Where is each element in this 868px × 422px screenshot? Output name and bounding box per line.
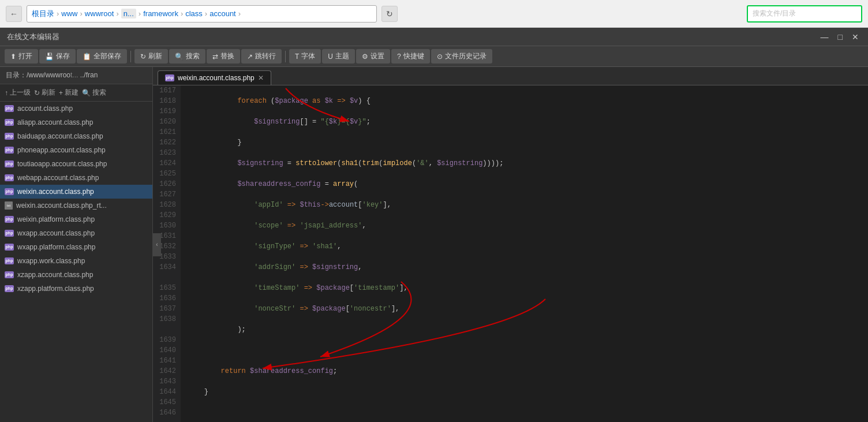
- close-editor-button[interactable]: ✕: [850, 32, 861, 42]
- open-button[interactable]: ⬆ 打开: [5, 49, 38, 64]
- new-button[interactable]: + 新建: [59, 88, 78, 98]
- breadcrumb-class[interactable]: class: [185, 9, 203, 18]
- code-line: 'signType' => 'sha1',: [188, 241, 868, 252]
- file-item-aliapp[interactable]: php aliapp.account.class.php: [0, 115, 152, 129]
- save-all-button[interactable]: 📋 全部保存: [77, 49, 127, 64]
- code-line: $shareaddress_config = array(: [188, 179, 868, 189]
- active-tab[interactable]: php weixin.account.class.php ✕: [158, 70, 271, 85]
- shortcuts-button[interactable]: ? 快捷键: [391, 49, 430, 64]
- dir-label: 目录：/www/wwwroot... ../fran: [6, 71, 98, 79]
- search-button[interactable]: 🔍 搜索: [169, 49, 205, 64]
- code-line: }: [188, 387, 868, 397]
- filename: xzapp.platform.class.php: [17, 285, 94, 293]
- php-icon: php: [5, 160, 14, 167]
- php-icon: php: [5, 285, 14, 292]
- save-icon: 💾: [45, 53, 54, 61]
- code-line: $signstring[] = "{$k}={$v}";: [188, 117, 868, 127]
- sidebar-collapse-handle[interactable]: ‹: [153, 233, 161, 256]
- search-placeholder: 搜索文件/目录: [753, 9, 796, 18]
- code-area[interactable]: 1617 1618 1619 1620 1621 1622 1623 1624 …: [153, 85, 868, 422]
- sidebar-refresh-icon: ↻: [34, 89, 40, 97]
- browser-refresh-button[interactable]: ↻: [381, 6, 398, 22]
- php-icon: php: [5, 105, 14, 112]
- history-icon: ⊙: [437, 53, 443, 61]
- filename: xzapp.account.class.php: [17, 271, 93, 279]
- shortcuts-icon: ?: [397, 53, 401, 61]
- sidebar-refresh-button[interactable]: ↻ 刷新: [34, 88, 55, 98]
- file-item-phoneapp[interactable]: php phoneapp.account.class.php: [0, 143, 152, 157]
- breadcrumb-wwwroot[interactable]: wwwroot: [85, 9, 114, 18]
- main-area: 目录：/www/wwwroot... ../fran ↑ 上一级 ↻ 刷新 + …: [0, 67, 868, 422]
- file-item-wxapp-account[interactable]: php wxapp.account.class.php: [0, 226, 152, 240]
- filename: weixin.account.class.php: [17, 188, 94, 196]
- file-item-account[interactable]: php account.class.php: [0, 102, 152, 115]
- filename: weixin.platform.class.php: [17, 215, 95, 223]
- editor-title: 在线文本编辑器: [7, 32, 59, 42]
- file-item-xzapp-account[interactable]: php xzapp.account.class.php: [0, 268, 152, 282]
- php-icon: php: [5, 174, 14, 181]
- php-icon: php: [5, 133, 14, 140]
- replace-button[interactable]: ⇄ 替换: [207, 49, 240, 64]
- file-item-wxapp-platform[interactable]: php wxapp.platform.class.php: [0, 240, 152, 254]
- file-item-weixin-platform[interactable]: php weixin.platform.class.php: [0, 212, 152, 226]
- breadcrumb-root[interactable]: 根目录: [32, 9, 54, 19]
- php-icon: php: [5, 271, 14, 278]
- search-icon: 🔍: [175, 53, 184, 61]
- sidebar-header: 目录：/www/wwwroot... ../fran: [0, 67, 152, 84]
- php-icon: php: [5, 230, 14, 237]
- settings-button[interactable]: ⚙ 设置: [356, 49, 390, 64]
- code-line: return $shareaddress_config;: [188, 366, 868, 376]
- file-item-xzapp-platform[interactable]: php xzapp.platform.class.php: [0, 282, 152, 296]
- code-line: );: [188, 324, 868, 335]
- file-item-weixin-rt[interactable]: txt weixin.account.class.php_rt...: [0, 199, 152, 212]
- address-bar[interactable]: 根目录 › www › wwwroot › n... › framework ›…: [27, 5, 377, 23]
- file-item-weixin-active[interactable]: php weixin.account.class.php: [0, 185, 152, 199]
- up-icon: ↑: [5, 89, 8, 97]
- editor-container: 在线文本编辑器 — □ ✕ ⬆ 打开 💾 保存 📋 全部保存 ↻ 刷新 🔍 搜索: [0, 28, 868, 422]
- file-list: php account.class.php php aliapp.account…: [0, 102, 152, 422]
- code-line: [188, 408, 868, 418]
- file-item-wxapp-work[interactable]: php wxapp.work.class.php: [0, 254, 152, 268]
- file-item-baiduapp[interactable]: php baiduapp.account.class.php: [0, 129, 152, 143]
- file-search-bar[interactable]: 搜索文件/目录: [747, 5, 862, 23]
- code-line: }: [188, 137, 868, 148]
- minimize-button[interactable]: —: [818, 32, 831, 42]
- goto-button[interactable]: ↗ 跳转行: [241, 49, 282, 64]
- code-content[interactable]: foreach ($package as $k => $v) { $signst…: [181, 85, 868, 422]
- sidebar-search-button[interactable]: 🔍 搜索: [82, 88, 106, 98]
- sidebar-search-icon: 🔍: [82, 89, 91, 97]
- separator-2: [285, 51, 286, 62]
- tab-close-button[interactable]: ✕: [258, 74, 264, 82]
- php-icon: php: [5, 188, 14, 195]
- editor-area: php weixin.account.class.php ✕ 1617 1618…: [153, 67, 868, 422]
- tab-php-icon: php: [165, 74, 174, 81]
- back-button[interactable]: ←: [6, 6, 22, 22]
- code-line: 'appId' => $this->account['key'],: [188, 200, 868, 210]
- breadcrumb-account[interactable]: account: [209, 9, 236, 18]
- breadcrumb-framework[interactable]: framework: [143, 9, 178, 18]
- breadcrumb-n[interactable]: n...: [121, 9, 136, 18]
- editor-title-controls: — □ ✕: [818, 32, 861, 42]
- maximize-button[interactable]: □: [836, 32, 845, 42]
- file-item-toutiaoapp[interactable]: php toutiaoapp.account.class.php: [0, 157, 152, 171]
- filename: phoneapp.account.class.php: [17, 146, 106, 154]
- save-button[interactable]: 💾 保存: [39, 49, 76, 64]
- upload-icon: ⬆: [10, 53, 16, 61]
- refresh-icon: ↻: [140, 53, 146, 61]
- filename: weixin.account.class.php_rt...: [16, 201, 107, 210]
- refresh-button[interactable]: ↻ 刷新: [134, 49, 168, 64]
- filename: webapp.account.class.php: [17, 174, 99, 182]
- history-button[interactable]: ⊙ 文件历史记录: [431, 49, 492, 64]
- theme-icon: U: [328, 53, 333, 61]
- filename: wxapp.platform.class.php: [17, 243, 95, 251]
- separator-1: [130, 51, 131, 62]
- php-icon: php: [5, 244, 14, 251]
- editor-titlebar: 在线文本编辑器 — □ ✕: [0, 28, 868, 46]
- settings-icon: ⚙: [362, 53, 368, 61]
- file-item-webapp[interactable]: php webapp.account.class.php: [0, 171, 152, 185]
- breadcrumb-www[interactable]: www: [61, 9, 77, 18]
- font-button[interactable]: T 字体: [289, 49, 321, 64]
- theme-button[interactable]: U 主题: [322, 49, 355, 64]
- filename: account.class.php: [17, 104, 73, 113]
- up-button[interactable]: ↑ 上一级: [5, 88, 31, 98]
